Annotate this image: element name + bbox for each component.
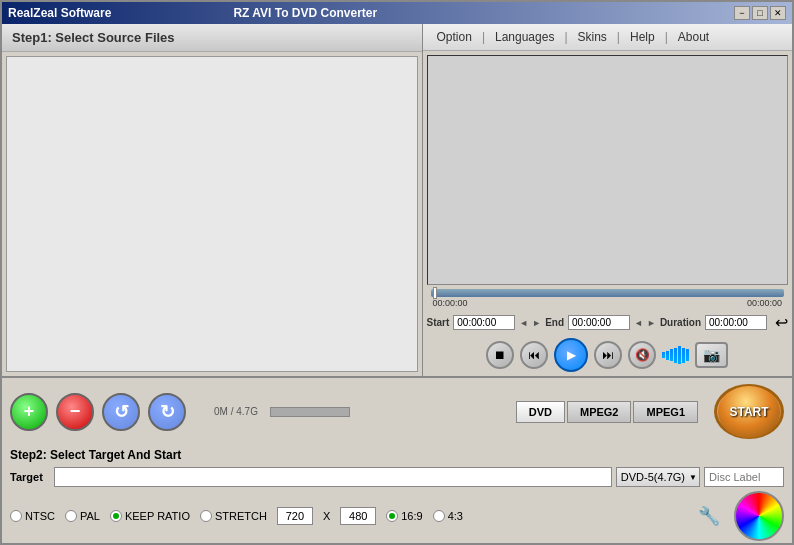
controls-row: ⏹ ⏮ ▶ ⏭ 🔇 📷 bbox=[423, 334, 792, 376]
step1-header: Step1: Select Source Files bbox=[2, 24, 422, 52]
disc-label-input[interactable] bbox=[704, 467, 784, 487]
pal-label: PAL bbox=[80, 510, 100, 522]
tab-dvd[interactable]: DVD bbox=[516, 401, 565, 423]
format-tabs: DVD MPEG2 MPEG1 bbox=[516, 401, 698, 423]
width-input[interactable] bbox=[277, 507, 313, 525]
ntsc-radio-group: NTSC bbox=[10, 510, 55, 522]
target-row: Target DVD-5(4.7G) ▼ bbox=[2, 465, 792, 489]
right-panel: Option | Languages | Skins | Help | Abou… bbox=[423, 24, 792, 376]
stop-button[interactable]: ⏹ bbox=[486, 341, 514, 369]
top-section: Step1: Select Source Files Option | Lang… bbox=[2, 24, 792, 376]
disc-size-arrow: ▼ bbox=[689, 473, 697, 482]
menu-option[interactable]: Option bbox=[433, 28, 476, 46]
menu-languages[interactable]: Languages bbox=[491, 28, 558, 46]
pal-radio-group: PAL bbox=[65, 510, 100, 522]
add-icon: + bbox=[24, 401, 35, 422]
duration-time[interactable] bbox=[705, 315, 767, 330]
bottom-section: + − ↺ ↻ 0M / 4.7G DVD MPEG2 MPEG1 bbox=[2, 376, 792, 543]
mute-button[interactable]: 🔇 bbox=[628, 341, 656, 369]
start-prev-arrow[interactable]: ◄ bbox=[519, 318, 528, 328]
disc-size-value: DVD-5(4.7G) bbox=[621, 471, 685, 483]
time-right: 00:00:00 bbox=[747, 298, 782, 308]
up-icon: ↺ bbox=[114, 401, 129, 423]
ntsc-label: NTSC bbox=[25, 510, 55, 522]
tools-button[interactable]: 🔧 bbox=[698, 505, 720, 527]
step2-row: Step2: Select Target And Start bbox=[2, 445, 792, 465]
set-clip-button[interactable]: ↩ bbox=[775, 313, 788, 332]
start-button[interactable]: START bbox=[718, 386, 780, 438]
step2-label: Step2: Select Target And Start bbox=[10, 448, 181, 462]
end-prev-arrow[interactable]: ◄ bbox=[634, 318, 643, 328]
close-button[interactable]: ✕ bbox=[770, 6, 786, 20]
restore-button[interactable]: □ bbox=[752, 6, 768, 20]
end-next-arrow[interactable]: ► bbox=[647, 318, 656, 328]
stretch-radio[interactable] bbox=[200, 510, 212, 522]
move-up-button[interactable]: ↺ bbox=[102, 393, 140, 431]
ratio-4-3-label: 4:3 bbox=[448, 510, 463, 522]
progress-label: 0M / 4.7G bbox=[214, 406, 258, 417]
stretch-radio-group: STRETCH bbox=[200, 510, 267, 522]
keep-ratio-label: KEEP RATIO bbox=[125, 510, 190, 522]
remove-icon: − bbox=[70, 401, 81, 422]
volume-control[interactable] bbox=[662, 346, 689, 364]
x-separator: X bbox=[323, 510, 330, 522]
step1-label: Step1: Select Source Files bbox=[12, 30, 175, 45]
ratio-16-9-group: 16:9 bbox=[386, 510, 422, 522]
app-title: RZ AVI To DVD Converter bbox=[233, 6, 377, 20]
play-button[interactable]: ▶ bbox=[554, 338, 588, 372]
seekbar-area: 00:00:00 00:00:00 bbox=[423, 287, 792, 311]
add-file-button[interactable]: + bbox=[10, 393, 48, 431]
progress-bar bbox=[270, 407, 350, 417]
ntsc-radio[interactable] bbox=[10, 510, 22, 522]
start-time[interactable] bbox=[453, 315, 515, 330]
remove-file-button[interactable]: − bbox=[56, 393, 94, 431]
time-left: 00:00:00 bbox=[433, 298, 468, 308]
file-list-area[interactable] bbox=[6, 56, 418, 372]
ratio-4-3-group: 4:3 bbox=[433, 510, 463, 522]
end-label: End bbox=[545, 317, 564, 328]
start-label: START bbox=[729, 405, 768, 419]
menu-about[interactable]: About bbox=[674, 28, 713, 46]
color-wheel bbox=[734, 491, 784, 541]
main-window: RealZeal Software RZ AVI To DVD Converte… bbox=[0, 0, 794, 545]
keep-ratio-radio[interactable] bbox=[110, 510, 122, 522]
target-label: Target bbox=[10, 471, 50, 483]
height-input[interactable] bbox=[340, 507, 376, 525]
duration-label: Duration bbox=[660, 317, 701, 328]
rewind-button[interactable]: ⏮ bbox=[520, 341, 548, 369]
options-row: NTSC PAL KEEP RATIO STRETCH X bbox=[2, 489, 792, 543]
preview-area bbox=[427, 55, 788, 285]
tab-mpeg2[interactable]: MPEG2 bbox=[567, 401, 632, 423]
end-time[interactable] bbox=[568, 315, 630, 330]
keep-ratio-radio-group: KEEP RATIO bbox=[110, 510, 190, 522]
down-icon: ↻ bbox=[160, 401, 175, 423]
menu-bar: Option | Languages | Skins | Help | Abou… bbox=[423, 24, 792, 51]
start-next-arrow[interactable]: ► bbox=[532, 318, 541, 328]
ratio-16-9-radio[interactable] bbox=[386, 510, 398, 522]
tab-mpeg1[interactable]: MPEG1 bbox=[633, 401, 698, 423]
stretch-label: STRETCH bbox=[215, 510, 267, 522]
seekbar[interactable] bbox=[431, 289, 784, 297]
step-forward-button[interactable]: ⏭ bbox=[594, 341, 622, 369]
menu-skins[interactable]: Skins bbox=[574, 28, 611, 46]
pal-radio[interactable] bbox=[65, 510, 77, 522]
ratio-16-9-label: 16:9 bbox=[401, 510, 422, 522]
title-bar: RealZeal Software RZ AVI To DVD Converte… bbox=[2, 2, 792, 24]
menu-help[interactable]: Help bbox=[626, 28, 659, 46]
left-panel: Step1: Select Source Files bbox=[2, 24, 423, 376]
seekbar-handle[interactable] bbox=[433, 287, 437, 299]
content-area: Step1: Select Source Files Option | Lang… bbox=[2, 24, 792, 543]
move-down-button[interactable]: ↻ bbox=[148, 393, 186, 431]
time-controls: Start ◄ ► End ◄ ► Duration ↩ bbox=[423, 311, 792, 334]
start-button-container[interactable]: START bbox=[714, 384, 784, 439]
ratio-4-3-radio[interactable] bbox=[433, 510, 445, 522]
screenshot-button[interactable]: 📷 bbox=[695, 342, 728, 368]
app-name-left: RealZeal Software bbox=[8, 6, 111, 20]
disc-size-dropdown[interactable]: DVD-5(4.7G) ▼ bbox=[616, 467, 700, 487]
target-path-input[interactable] bbox=[54, 467, 612, 487]
action-bar: + − ↺ ↻ 0M / 4.7G DVD MPEG2 MPEG1 bbox=[2, 378, 792, 445]
minimize-button[interactable]: − bbox=[734, 6, 750, 20]
start-label: Start bbox=[427, 317, 450, 328]
time-display: 00:00:00 00:00:00 bbox=[427, 297, 788, 309]
